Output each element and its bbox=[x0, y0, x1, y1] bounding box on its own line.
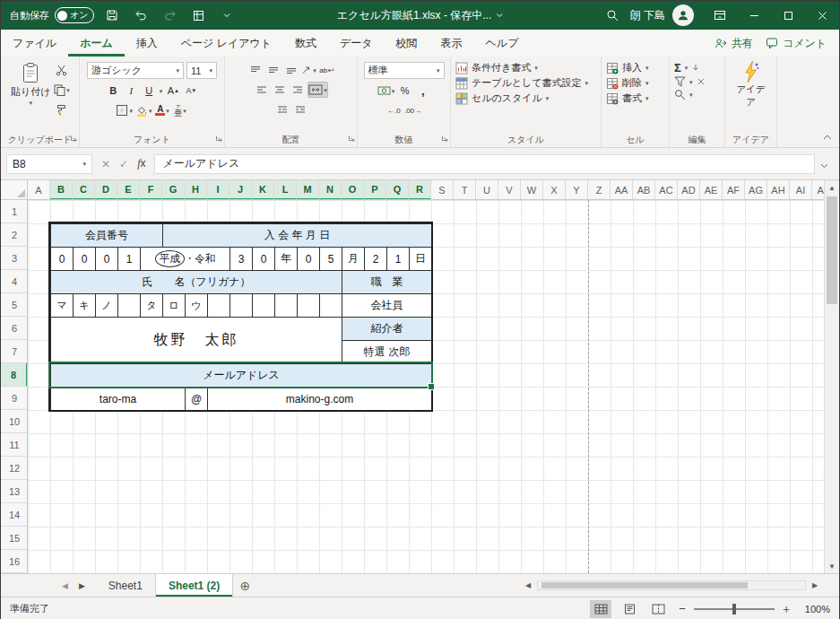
furigana-6[interactable]: ロ bbox=[162, 293, 185, 317]
join-day-digit-2[interactable]: 1 bbox=[386, 247, 409, 270]
zoom-in-button[interactable]: ＋ bbox=[780, 601, 792, 617]
sheet-nav-right-arrow[interactable]: ▶ bbox=[79, 581, 85, 590]
currency-button[interactable]: ▾ bbox=[377, 83, 395, 99]
align-left-button[interactable] bbox=[254, 82, 269, 98]
collapse-ribbon-button[interactable] bbox=[823, 127, 832, 144]
font-size-select[interactable]: 11▾ bbox=[186, 62, 217, 79]
column-header-G[interactable]: G bbox=[162, 180, 185, 200]
email-header[interactable]: メールアドレス bbox=[50, 363, 431, 387]
percent-button[interactable]: % bbox=[397, 83, 412, 99]
minimize-button[interactable] bbox=[737, 1, 771, 30]
scroll-down-arrow[interactable]: ▼ bbox=[828, 559, 836, 573]
column-header-AA[interactable]: AA bbox=[611, 180, 633, 200]
column-header-U[interactable]: U bbox=[476, 180, 498, 200]
page-layout-view-button[interactable] bbox=[619, 600, 640, 618]
column-header-R[interactable]: R bbox=[409, 180, 431, 200]
alignment-dialog-launcher[interactable] bbox=[348, 129, 355, 145]
column-header-AD[interactable]: AD bbox=[678, 180, 700, 200]
vertical-scroll-thumb[interactable] bbox=[827, 196, 837, 304]
row-header-14[interactable]: 14 bbox=[1, 503, 28, 527]
add-sheet-button[interactable]: ⊕ bbox=[233, 574, 256, 597]
underline-button[interactable]: U bbox=[142, 83, 157, 99]
row-header-13[interactable]: 13 bbox=[1, 480, 28, 503]
column-header-AI[interactable]: AI bbox=[790, 180, 812, 200]
autosum-button[interactable]: Σ▾ bbox=[674, 61, 700, 74]
furigana-7[interactable]: ウ bbox=[185, 293, 207, 317]
row-header-3[interactable]: 3 bbox=[1, 247, 28, 270]
insert-function-button[interactable]: fx bbox=[137, 157, 145, 170]
occupation-header[interactable]: 職 業 bbox=[342, 270, 431, 293]
sheet-tab-sheet1[interactable]: Sheet1 bbox=[96, 574, 156, 597]
join-date-header[interactable]: 入 会 年 月 日 bbox=[162, 223, 431, 247]
maximize-button[interactable] bbox=[771, 1, 805, 30]
paste-button[interactable]: 貼り付け ▾ bbox=[10, 62, 51, 106]
italic-button[interactable]: I bbox=[124, 83, 139, 99]
furigana-8[interactable] bbox=[207, 293, 229, 317]
sheet-tab-sheet1-2[interactable]: Sheet1 (2) bbox=[156, 574, 233, 597]
column-header-C[interactable]: C bbox=[73, 180, 95, 200]
tab-file[interactable]: ファイル bbox=[1, 30, 68, 57]
fill-handle[interactable] bbox=[428, 383, 435, 390]
vertical-scroll-track[interactable] bbox=[825, 195, 839, 559]
column-header-AE[interactable]: AE bbox=[700, 180, 723, 200]
year-label[interactable]: 年 bbox=[274, 247, 297, 270]
furigana-5[interactable]: タ bbox=[140, 293, 162, 317]
member-name[interactable]: 牧野 太郎 bbox=[50, 317, 342, 363]
tab-insert[interactable]: 挿入 bbox=[125, 30, 169, 57]
user-name[interactable]: 朗 下島 bbox=[630, 8, 665, 23]
sheet-cells-area[interactable]: 会員番号入 会 年 月 日0001平成・令和30年05月21日氏 名（フリガナ）… bbox=[28, 200, 824, 573]
tab-page-layout[interactable]: ページ レイアウト bbox=[169, 30, 283, 57]
avatar[interactable] bbox=[672, 4, 694, 26]
scroll-left-arrow[interactable]: ◀ bbox=[522, 581, 534, 589]
copy-button[interactable]: ▾ bbox=[54, 82, 70, 98]
comments-button[interactable]: コメント bbox=[766, 36, 827, 51]
ribbon-display-options-button[interactable] bbox=[703, 1, 737, 30]
decrease-decimal-button[interactable]: .00→ bbox=[404, 102, 421, 118]
zoom-out-button[interactable]: − bbox=[676, 602, 688, 615]
row-header-5[interactable]: 5 bbox=[1, 293, 28, 317]
customize-quick-access-button[interactable] bbox=[216, 4, 238, 27]
member-number-digit-4[interactable]: 1 bbox=[117, 247, 140, 270]
decrease-indent-button[interactable] bbox=[274, 101, 290, 118]
column-header-AF[interactable]: AF bbox=[723, 180, 745, 200]
close-button[interactable] bbox=[805, 1, 839, 30]
column-header-H[interactable]: H bbox=[185, 180, 207, 200]
furigana-3[interactable]: ノ bbox=[95, 293, 117, 317]
member-number-digit-2[interactable]: 0 bbox=[73, 247, 95, 270]
number-dialog-launcher[interactable] bbox=[441, 129, 448, 145]
furigana-12[interactable] bbox=[297, 293, 319, 317]
align-bottom-button[interactable] bbox=[283, 62, 299, 78]
join-year-digit-1[interactable]: 3 bbox=[229, 247, 252, 270]
horizontal-scroll-thumb[interactable] bbox=[541, 582, 748, 588]
occupation-value[interactable]: 会社員 bbox=[342, 293, 431, 317]
increase-indent-button[interactable] bbox=[292, 101, 307, 118]
column-header-AJ[interactable]: AJ bbox=[812, 180, 824, 200]
email-local[interactable]: taro-ma bbox=[50, 387, 185, 410]
share-button[interactable]: 共有 bbox=[714, 36, 753, 51]
column-header-Q[interactable]: Q bbox=[386, 180, 409, 200]
row-header-12[interactable]: 12 bbox=[1, 457, 28, 480]
column-header-AG[interactable]: AG bbox=[745, 180, 767, 200]
furigana-1[interactable]: マ bbox=[50, 293, 73, 317]
introducer-value[interactable]: 特選 次郎 bbox=[342, 340, 431, 363]
page-break-preview-button[interactable] bbox=[647, 600, 669, 618]
font-color-button[interactable]: A▾ bbox=[155, 102, 170, 118]
quick-access-table-button[interactable] bbox=[187, 4, 209, 27]
sheet-nav-left-arrow[interactable]: ◀ bbox=[62, 581, 68, 590]
member-number-header[interactable]: 会員番号 bbox=[50, 223, 162, 247]
vertical-scrollbar[interactable]: ▲ ▼ bbox=[824, 180, 839, 573]
column-header-M[interactable]: M bbox=[297, 180, 319, 200]
row-header-6[interactable]: 6 bbox=[1, 317, 28, 340]
normal-view-button[interactable] bbox=[590, 600, 611, 618]
align-middle-button[interactable] bbox=[265, 62, 281, 78]
bold-button[interactable]: B bbox=[106, 83, 121, 99]
save-button[interactable] bbox=[101, 4, 123, 27]
column-header-AB[interactable]: AB bbox=[633, 180, 655, 200]
undo-button[interactable] bbox=[130, 4, 152, 27]
row-header-15[interactable]: 15 bbox=[1, 527, 28, 550]
row-header-16[interactable]: 16 bbox=[1, 550, 28, 573]
row-header-4[interactable]: 4 bbox=[1, 270, 28, 293]
tab-data[interactable]: データ bbox=[328, 30, 385, 57]
window-title[interactable]: エクセル方眼紙1.xlsx - 保存中... bbox=[337, 8, 503, 23]
cell-styles-button[interactable]: セルのスタイル▾ bbox=[455, 92, 549, 105]
